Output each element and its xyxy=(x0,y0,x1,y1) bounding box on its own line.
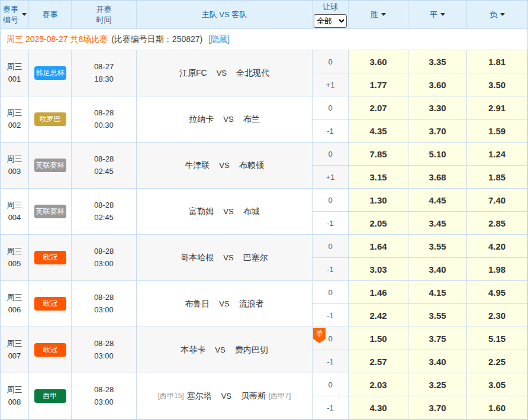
odds-line-0: 0 2.03 3.25 3.05 xyxy=(313,373,527,396)
teams-cell[interactable]: 布鲁日 VS 流浪者 xyxy=(137,281,313,327)
odds-win[interactable]: 2.05 xyxy=(349,212,408,235)
odds-win[interactable]: 3.15 xyxy=(349,166,408,189)
handicap-value: +1 xyxy=(326,80,335,89)
match-time-cell: 08-28 03:00 xyxy=(72,235,137,281)
odds-lose[interactable]: 1.59 xyxy=(467,119,527,143)
odds-win[interactable]: 7.85 xyxy=(349,143,408,166)
col-header-draw[interactable]: 平 xyxy=(408,1,467,29)
match-number-cell: 周三 008 xyxy=(1,373,29,419)
odds-win[interactable]: 2.07 xyxy=(349,96,408,119)
odds-lose[interactable]: 7.40 xyxy=(467,189,527,212)
teams-cell[interactable]: 富勒姆 VS 布城 xyxy=(137,189,313,235)
odds-win[interactable]: 1.77 xyxy=(349,73,408,96)
odds-draw[interactable]: 3.30 xyxy=(408,96,467,119)
col-header-lose[interactable]: 负 xyxy=(467,1,527,29)
odds-draw[interactable]: 3.35 xyxy=(408,50,467,73)
odds-draw[interactable]: 3.60 xyxy=(408,73,467,96)
odds-lose[interactable]: 2.91 xyxy=(467,96,527,119)
odds-lose[interactable]: 3.50 xyxy=(467,73,527,96)
odds-area: 0 2.07 3.30 2.91 -1 4.35 3.70 1.59 xyxy=(313,96,527,143)
odds-win[interactable]: 2.03 xyxy=(349,373,408,396)
odds-draw[interactable]: 3.55 xyxy=(408,304,467,327)
handicap-value: -1 xyxy=(327,219,334,228)
league-cell: 欧冠 xyxy=(29,281,72,327)
odds-area: 0 3.60 3.35 1.81 +1 1.77 3.60 3.50 xyxy=(313,50,527,96)
odds-win[interactable]: 3.03 xyxy=(349,258,408,281)
odds-lose[interactable]: 1.98 xyxy=(467,258,527,281)
handicap-value: 0 xyxy=(328,380,332,389)
odds-draw[interactable]: 3.40 xyxy=(408,350,467,373)
teams-cell[interactable]: 哥本哈根 VS 巴塞尔 xyxy=(137,235,313,281)
handicap-cell: 0 xyxy=(313,373,349,396)
odds-win[interactable]: 1.50 xyxy=(349,327,408,350)
odds-lose[interactable]: 5.15 xyxy=(467,327,527,350)
match-rows: 周三 001 韩足总杯 08-27 18:30 江原FC VS 全北现代 0 3… xyxy=(1,50,527,419)
match-number-cell: 周三 001 xyxy=(1,50,29,96)
odds-draw[interactable]: 3.75 xyxy=(408,327,467,350)
odds-line-1: -1 3.03 3.40 1.98 xyxy=(313,258,527,281)
match-number: 004 xyxy=(8,212,21,224)
league-badge: 欧冠 xyxy=(34,297,66,311)
teams-cell[interactable]: 江原FC VS 全北现代 xyxy=(137,50,313,96)
teams-cell[interactable]: 拉纳卡 VS 布兰 xyxy=(137,96,313,143)
odds-lose[interactable]: 2.85 xyxy=(467,212,527,235)
odds-lose[interactable]: 4.95 xyxy=(467,281,527,304)
teams-cell[interactable]: [西甲15] 塞尔塔 VS 贝蒂斯 [西甲7] xyxy=(137,373,313,419)
match-row: 周三 003 英联赛杯 08-28 02:45 牛津联 VS 布赖顿 0 7.8… xyxy=(1,143,527,189)
odds-win[interactable]: 2.57 xyxy=(349,350,408,373)
odds-draw[interactable]: 5.10 xyxy=(408,143,467,166)
odds-draw[interactable]: 4.45 xyxy=(408,189,467,212)
odds-win[interactable]: 3.60 xyxy=(349,50,408,73)
odds-lose[interactable]: 1.81 xyxy=(467,50,527,73)
away-team: 贝蒂斯 xyxy=(241,391,266,402)
teams-cell[interactable]: 牛津联 VS 布赖顿 xyxy=(137,143,313,189)
teams-cell[interactable]: 本菲卡 VS 费内巴切 xyxy=(137,327,313,373)
col-header-win[interactable]: 胜 xyxy=(349,1,408,29)
odds-draw[interactable]: 3.70 xyxy=(408,119,467,143)
odds-lose[interactable]: 1.60 xyxy=(467,396,527,419)
match-number: 006 xyxy=(8,304,21,316)
odds-win[interactable]: 4.30 xyxy=(349,396,408,419)
match-time: 00:30 xyxy=(94,119,114,132)
match-row: 周三 008 西甲 08-28 03:00 [西甲15] 塞尔塔 VS 贝蒂斯 … xyxy=(1,373,527,419)
odds-win[interactable]: 4.35 xyxy=(349,119,408,143)
odds-line-0: 0 7.85 5.10 1.24 xyxy=(313,143,527,166)
odds-lose[interactable]: 2.30 xyxy=(467,304,527,327)
odds-draw[interactable]: 3.25 xyxy=(408,373,467,396)
col-header-time-label: 开赛时间 xyxy=(96,4,112,25)
odds-draw[interactable]: 3.68 xyxy=(408,166,467,189)
vs-label: VS xyxy=(223,207,233,216)
odds-draw[interactable]: 4.15 xyxy=(408,281,467,304)
odds-draw[interactable]: 3.40 xyxy=(408,258,467,281)
odds-lose[interactable]: 1.85 xyxy=(467,166,527,189)
odds-lose[interactable]: 3.05 xyxy=(467,373,527,396)
hide-link[interactable]: [隐藏] xyxy=(208,34,230,45)
odds-draw[interactable]: 3.45 xyxy=(408,212,467,235)
odds-area: 0 1.30 4.45 7.40 -1 2.05 3.45 2.85 xyxy=(313,189,527,235)
odds-draw[interactable]: 3.70 xyxy=(408,396,467,419)
odds-area: 0 2.03 3.25 3.05 -1 4.30 3.70 1.60 xyxy=(313,373,527,419)
odds-win[interactable]: 1.46 xyxy=(349,281,408,304)
vs-label: VS xyxy=(223,253,233,262)
league-badge: 韩足总杯 xyxy=(34,66,66,80)
col-header-match-no[interactable]: 赛事编号 xyxy=(1,1,29,29)
home-team: 富勒姆 xyxy=(189,206,214,217)
col-header-time: 开赛时间 xyxy=(72,1,137,29)
odds-win[interactable]: 1.30 xyxy=(349,189,408,212)
odds-lose[interactable]: 4.20 xyxy=(467,235,527,258)
league-cell: 西甲 xyxy=(29,373,72,419)
odds-lose[interactable]: 2.25 xyxy=(467,350,527,373)
odds-draw[interactable]: 3.55 xyxy=(408,235,467,258)
odds-lose[interactable]: 1.24 xyxy=(467,143,527,166)
match-time: 18:30 xyxy=(94,73,114,86)
match-row: 周三 002 欧罗巴 08-28 00:30 拉纳卡 VS 布兰 0 2.07 … xyxy=(1,96,527,143)
match-number-cell: 周三 006 xyxy=(1,281,29,327)
odds-win[interactable]: 1.64 xyxy=(349,235,408,258)
odds-line-1: +1 3.15 3.68 1.85 xyxy=(313,166,527,189)
handicap-cell: -1 xyxy=(313,119,349,143)
odds-win[interactable]: 2.42 xyxy=(349,304,408,327)
match-number-cell: 周三 003 xyxy=(1,143,29,189)
match-row: 周三 001 韩足总杯 08-27 18:30 江原FC VS 全北现代 0 3… xyxy=(1,50,527,96)
away-team: 布赖顿 xyxy=(239,160,264,171)
handicap-filter-select[interactable]: 全部 xyxy=(314,14,347,28)
